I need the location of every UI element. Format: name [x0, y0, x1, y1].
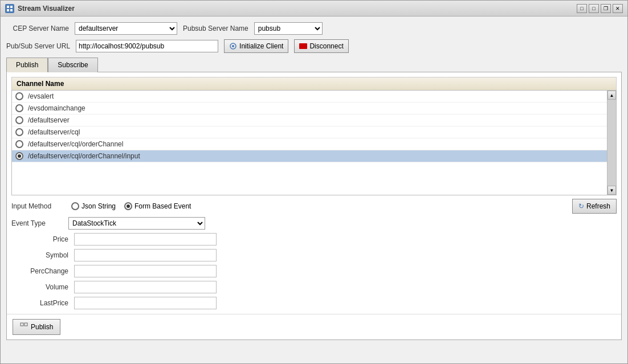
channel-radio[interactable] [15, 92, 23, 100]
window-controls: □ □ ❐ ✕ [577, 4, 623, 13]
fields-section: PriceSymbolPercChangeVolumeLastPrice [11, 233, 617, 309]
main-window: Stream Visualizer □ □ ❐ ✕ CEP Server Nam… [0, 0, 628, 364]
pubsub-server-label: Pubsub Server Name [183, 24, 248, 32]
channel-name-text: /defaultserver [28, 116, 70, 124]
channel-row[interactable]: /defaultserver [12, 114, 607, 126]
channel-name-text: /defaultserver/cql/orderChannel [28, 140, 123, 148]
field-label: LastPrice [23, 299, 68, 307]
restore-button[interactable]: ❐ [601, 4, 611, 13]
refresh-button[interactable]: ↻ Refresh [572, 199, 617, 214]
disconnect-button[interactable]: Disconnect [294, 39, 348, 53]
field-row: Symbol [23, 249, 617, 261]
field-label: Volume [23, 283, 68, 291]
svg-rect-7 [25, 323, 27, 326]
publish-button[interactable]: Publish [13, 319, 60, 335]
field-row: LastPrice [23, 297, 617, 309]
svg-rect-2 [7, 9, 9, 11]
field-label: Price [23, 235, 68, 243]
form-radio[interactable] [124, 202, 132, 210]
channel-rows-container: /evsalert/evsdomainchange/defaultserver/… [11, 90, 617, 195]
channel-radio[interactable] [15, 104, 23, 112]
json-string-option[interactable]: Json String [71, 202, 116, 210]
json-radio[interactable] [71, 202, 79, 210]
channel-row[interactable]: /evsdomainchange [12, 103, 607, 114]
maximize-button[interactable]: □ [589, 4, 599, 13]
channel-scrollbar[interactable]: ▲ ▼ [607, 91, 616, 195]
channel-radio[interactable] [15, 128, 23, 136]
channel-name-text: /evsalert [28, 92, 54, 100]
channel-name-text: /defaultserver/cql [28, 128, 80, 136]
field-input-volume[interactable] [74, 281, 217, 293]
field-input-price[interactable] [74, 233, 217, 246]
cep-server-label: CEP Server Name [6, 24, 69, 32]
svg-rect-6 [21, 323, 23, 326]
form-based-option[interactable]: Form Based Event [124, 202, 191, 210]
field-label: PercChange [23, 267, 68, 275]
channel-radio[interactable] [15, 152, 23, 160]
svg-rect-3 [10, 9, 13, 11]
initialize-client-button[interactable]: Initialize Client [224, 39, 288, 53]
channel-header: Channel Name [11, 77, 617, 90]
initialize-icon [229, 42, 237, 50]
pubsub-server-select[interactable]: pubsub [254, 22, 323, 35]
disconnect-icon [299, 43, 307, 49]
title-bar-left: Stream Visualizer [5, 4, 75, 13]
publish-icon [20, 322, 28, 332]
server-name-row: CEP Server Name defaultserver Pubsub Ser… [6, 22, 622, 35]
channel-row[interactable]: /evsalert [12, 91, 607, 103]
tab-subscribe[interactable]: Subscribe [48, 58, 97, 72]
bottom-bar: Publish [7, 314, 621, 340]
field-input-lastprice[interactable] [74, 297, 217, 309]
scroll-down-arrow[interactable]: ▼ [607, 186, 616, 195]
channel-row[interactable]: /defaultserver/cql [12, 126, 607, 138]
tab-bar: Publish Subscribe [6, 58, 622, 72]
channel-name-text: /defaultserver/cql/orderChannel/input [28, 152, 140, 160]
channel-section: Channel Name /evsalert/evsdomainchange/d… [11, 77, 617, 195]
field-row: Price [23, 233, 617, 246]
url-input[interactable] [76, 40, 218, 52]
svg-point-5 [232, 45, 234, 47]
tabs-container: Publish Subscribe Channel Name [6, 58, 622, 340]
svg-rect-0 [7, 6, 9, 8]
event-type-select[interactable]: DataStockTick [68, 217, 205, 230]
url-row: Pub/Sub Server URL Initialize Client Dis… [6, 39, 622, 53]
input-method-row: Input Method Json String Form Based Even… [11, 199, 617, 214]
url-label: Pub/Sub Server URL [6, 42, 70, 50]
channel-row[interactable]: /defaultserver/cql/orderChannel [12, 138, 607, 150]
channel-rows-list: /evsalert/evsdomainchange/defaultserver/… [12, 91, 607, 195]
inner-content: Channel Name /evsalert/evsdomainchange/d… [7, 72, 621, 314]
input-method-label: Input Method [11, 202, 63, 210]
channel-row[interactable]: /defaultserver/cql/orderChannel/input [12, 150, 607, 162]
field-row: PercChange [23, 265, 617, 277]
field-row: Volume [23, 281, 617, 293]
close-button[interactable]: ✕ [613, 4, 623, 13]
scroll-up-arrow[interactable]: ▲ [607, 91, 616, 100]
svg-rect-1 [10, 6, 13, 8]
event-type-row: Event Type DataStockTick [11, 217, 617, 230]
main-panel: Channel Name /evsalert/evsdomainchange/d… [6, 72, 622, 340]
channel-name-text: /evsdomainchange [28, 104, 85, 112]
channel-radio[interactable] [15, 140, 23, 148]
window-title: Stream Visualizer [18, 5, 75, 13]
field-input-percchange[interactable] [74, 265, 217, 277]
cep-server-select[interactable]: defaultserver [75, 22, 177, 35]
tab-publish[interactable]: Publish [6, 58, 48, 72]
field-input-symbol[interactable] [74, 249, 217, 261]
event-type-label: Event Type [11, 219, 63, 227]
field-label: Symbol [23, 251, 68, 259]
content-area: CEP Server Name defaultserver Pubsub Ser… [1, 17, 627, 363]
title-bar: Stream Visualizer □ □ ❐ ✕ [1, 1, 627, 17]
scrollbar-thumb[interactable] [607, 100, 616, 186]
refresh-icon: ↻ [578, 202, 584, 210]
channel-radio[interactable] [15, 116, 23, 124]
minimize-button[interactable]: □ [577, 4, 587, 13]
app-icon [5, 4, 14, 13]
